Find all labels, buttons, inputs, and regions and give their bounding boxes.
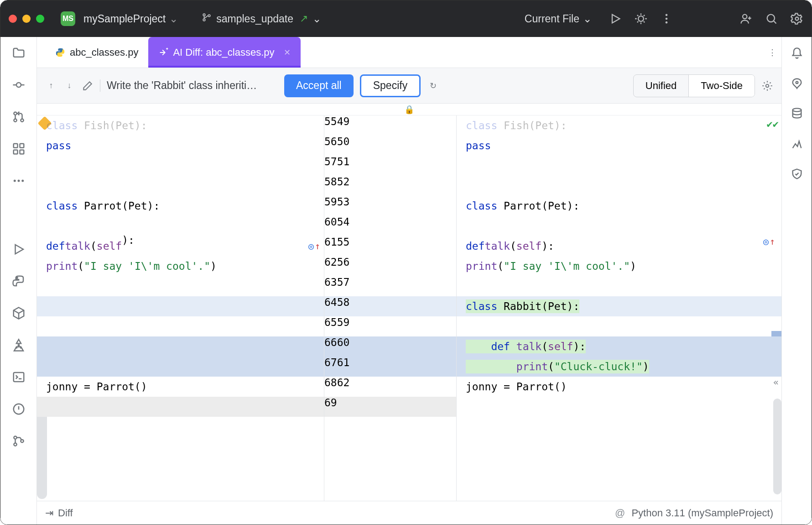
svg-point-18 (13, 180, 16, 182)
database-tool-icon[interactable] (791, 107, 803, 120)
right-tool-rail (781, 37, 812, 525)
view-twoside-option[interactable]: Two-Side (688, 75, 755, 97)
project-tool-icon[interactable] (12, 46, 26, 60)
zoom-window-button[interactable] (36, 15, 44, 23)
svg-point-28 (766, 84, 769, 87)
tab-file-label: abc_classes.py (70, 47, 138, 58)
svg-rect-23 (13, 373, 24, 382)
accept-all-button[interactable]: Accept all (284, 74, 354, 97)
line-number: 60 (324, 216, 337, 236)
diff-right-pane[interactable]: ✔✔ class Fish(Pet): pass class Parrot(Pe… (457, 116, 781, 501)
line-number: 57 (324, 156, 337, 176)
line-number: 58 (337, 296, 350, 308)
line-number: 69 (324, 397, 337, 417)
diff-view-mode-toggle[interactable]: Unified Two-Side (633, 74, 755, 97)
edit-icon[interactable] (82, 80, 94, 92)
vcs-branch-selector[interactable]: samples_update ↗ ⌄ (202, 12, 321, 25)
diff-settings-icon[interactable] (761, 80, 773, 92)
svg-point-0 (203, 14, 205, 16)
line-number: 53 (337, 196, 350, 216)
svg-point-21 (16, 277, 18, 278)
svg-point-30 (792, 108, 801, 111)
commit-tool-icon[interactable] (12, 78, 26, 92)
interpreter-label[interactable]: Python 3.11 (mySampleProject) (631, 507, 773, 519)
usages-icon[interactable]: ◎↑ (308, 241, 320, 252)
svg-point-20 (21, 180, 24, 182)
run-button[interactable] (609, 12, 622, 25)
line-number: 58 (324, 176, 337, 196)
terminal-tool-icon[interactable] (12, 370, 26, 384)
view-unified-option[interactable]: Unified (634, 75, 688, 97)
tab-file[interactable]: abc_classes.py (45, 37, 148, 68)
minimize-window-button[interactable] (22, 15, 31, 23)
diff-view: class Fish(Pet): pass class Parrot(Pet):… (37, 116, 781, 501)
svg-point-29 (796, 81, 798, 84)
specify-button[interactable]: Specify (360, 74, 421, 97)
line-number: 61 (337, 357, 350, 377)
next-diff-button[interactable]: ↓ (63, 80, 75, 92)
titlebar: MS mySampleProject ⌄ samples_update ↗ ⌄ … (0, 0, 812, 37)
line-number: 59 (337, 316, 350, 336)
svg-point-8 (767, 15, 775, 22)
svg-point-25 (14, 436, 16, 439)
svg-point-10 (16, 83, 21, 87)
diff-gutter: 5549 5650 5751 5852 5953 6054 6155◎↑ 625… (324, 116, 457, 501)
tabs-more-button[interactable]: ⋮ (763, 37, 781, 68)
chevron-down-icon: ⌄ (312, 13, 321, 25)
svg-point-1 (203, 19, 205, 21)
readonly-lock-icon: 🔒 (404, 105, 414, 115)
line-number: 56 (324, 136, 337, 156)
run-config-selector[interactable]: Current File ⌄ (525, 13, 592, 25)
prev-diff-button[interactable]: ↑ (45, 80, 57, 92)
pull-requests-icon[interactable] (12, 110, 26, 124)
svg-point-19 (17, 180, 20, 182)
search-icon[interactable] (765, 12, 778, 25)
project-selector[interactable]: mySampleProject ⌄ (83, 13, 178, 25)
close-tab-icon[interactable]: ✕ (284, 47, 291, 58)
branch-icon (202, 12, 212, 25)
svg-rect-17 (20, 150, 24, 154)
debug-button[interactable] (635, 12, 647, 25)
packages-tool-icon[interactable] (12, 306, 26, 320)
diff-left-pane[interactable]: class Fish(Pet): pass class Parrot(Pet):… (37, 116, 324, 501)
problems-tool-icon[interactable] (12, 402, 26, 416)
ai-assistant-icon[interactable] (791, 77, 803, 90)
line-number: 55 (337, 236, 350, 248)
line-number: 55 (324, 116, 337, 136)
svg-point-7 (743, 15, 747, 19)
settings-icon[interactable] (791, 12, 803, 25)
svg-rect-14 (13, 144, 17, 148)
more-tools-icon[interactable] (12, 174, 26, 188)
line-number: 59 (324, 196, 337, 216)
svg-point-4 (666, 14, 668, 16)
svg-point-26 (14, 443, 16, 446)
line-number: 62 (337, 377, 350, 388)
more-actions-button[interactable] (660, 12, 673, 25)
shield-icon[interactable] (791, 168, 803, 180)
line-number: 61 (324, 236, 337, 256)
coverage-icon[interactable] (791, 137, 803, 150)
notifications-icon[interactable] (791, 47, 803, 60)
line-number: 66 (324, 336, 337, 357)
at-icon[interactable]: @ (615, 507, 625, 519)
svg-point-9 (796, 17, 799, 21)
line-number: 68 (324, 377, 337, 397)
svg-point-27 (21, 440, 23, 442)
ai-diff-icon (158, 47, 168, 58)
line-number: 56 (337, 256, 350, 276)
python-console-icon[interactable] (12, 274, 26, 288)
svg-rect-15 (20, 144, 24, 148)
close-window-button[interactable] (9, 15, 17, 23)
diff-toolbar: ↑ ↓ Write the 'Rabbit' class inheriti… A… (37, 68, 781, 104)
vcs-tool-icon[interactable] (12, 434, 26, 448)
services-tool-icon[interactable] (12, 338, 26, 352)
push-arrow-icon: ↗ (300, 13, 308, 25)
refresh-button[interactable]: ↻ (427, 80, 439, 92)
collaborate-icon[interactable] (739, 12, 752, 25)
tab-ai-diff-label: AI Diff: abc_classes.py (173, 47, 274, 58)
structure-tool-icon[interactable] (12, 142, 26, 156)
diff-nav-icon[interactable]: ⇥ (45, 507, 53, 519)
tab-ai-diff[interactable]: AI Diff: abc_classes.py ✕ (148, 37, 300, 68)
svg-point-12 (14, 119, 16, 121)
run-tool-icon[interactable] (12, 242, 26, 256)
